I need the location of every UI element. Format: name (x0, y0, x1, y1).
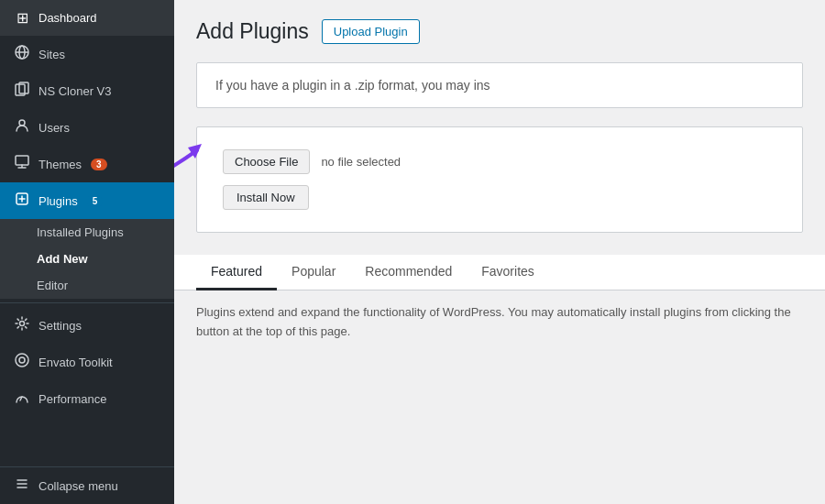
svg-point-5 (19, 120, 25, 126)
sidebar-item-performance[interactable]: Performance (0, 380, 174, 417)
sidebar-item-envato[interactable]: Envato Toolkit (0, 344, 174, 380)
plugins-icon (13, 192, 31, 210)
dashboard-icon: ⊞ (13, 9, 31, 27)
main-content: Add Plugins Upload Plugin If you have a … (174, 0, 825, 504)
collapse-icon (13, 477, 31, 495)
sidebar-item-settings[interactable]: Settings (0, 307, 174, 344)
sidebar-item-dashboard[interactable]: ⊞ Dashboard (0, 0, 174, 36)
page-header: Add Plugins Upload Plugin (196, 18, 803, 46)
sidebar-item-plugins[interactable]: Plugins 5 (0, 182, 174, 219)
sidebar-item-themes[interactable]: Themes 3 (0, 146, 174, 182)
plugins-submenu: Installed Plugins Add New Editor (0, 219, 174, 299)
svg-point-8 (20, 322, 25, 326)
tab-recommended[interactable]: Recommended (350, 255, 467, 290)
sidebar-divider (0, 302, 174, 303)
performance-icon (13, 389, 31, 408)
submenu-editor[interactable]: Editor (0, 272, 174, 299)
file-upload-box: Choose File no file selected Install Now (196, 126, 803, 233)
page-title: Add Plugins (196, 18, 309, 46)
settings-icon (13, 316, 31, 334)
users-icon (13, 118, 31, 137)
svg-point-9 (16, 354, 28, 367)
tab-popular[interactable]: Popular (277, 255, 350, 290)
submenu-add-new[interactable]: Add New (0, 246, 174, 272)
file-input-row: Choose File no file selected (223, 149, 776, 174)
tab-favorites[interactable]: Favorites (467, 255, 549, 290)
svg-rect-6 (16, 156, 28, 165)
svg-point-10 (19, 357, 25, 363)
upload-hint: If you have a plugin in a .zip format, y… (196, 62, 803, 108)
svg-marker-11 (188, 144, 202, 159)
tab-featured[interactable]: Featured (196, 255, 277, 290)
plugins-description: Plugins extend and expand the functional… (196, 303, 803, 342)
sidebar-collapse[interactable]: Collapse menu (0, 466, 174, 504)
choose-file-button[interactable]: Choose File (223, 149, 310, 174)
sidebar-item-ns-cloner[interactable]: NS Cloner V3 (0, 72, 174, 109)
sites-icon (13, 45, 31, 63)
no-file-text: no file selected (321, 155, 401, 169)
upload-plugin-button[interactable]: Upload Plugin (322, 19, 420, 44)
plugins-badge: 5 (87, 195, 104, 207)
sidebar-item-users[interactable]: Users (0, 109, 174, 146)
content-area: Add Plugins Upload Plugin If you have a … (174, 0, 825, 504)
ns-cloner-icon (13, 82, 31, 100)
sidebar: ⊞ Dashboard Sites NS Cloner V3 Users The… (0, 0, 174, 504)
envato-icon (13, 353, 31, 371)
install-now-button[interactable]: Install Now (223, 185, 309, 210)
submenu-installed-plugins[interactable]: Installed Plugins (0, 219, 174, 246)
themes-icon (13, 155, 31, 173)
sidebar-item-sites[interactable]: Sites (0, 36, 174, 72)
tabs-bar: Featured Popular Recommended Favorites (174, 255, 825, 290)
themes-badge: 3 (91, 159, 107, 170)
